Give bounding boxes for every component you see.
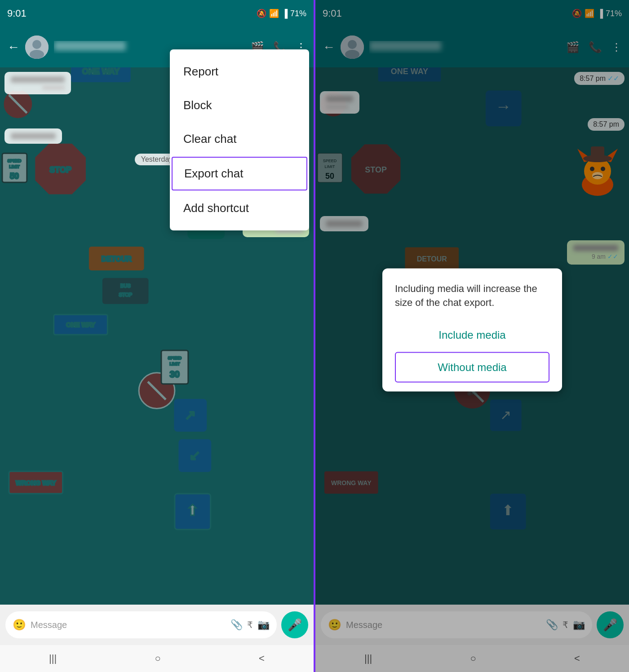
include-media-button[interactable]: Include media bbox=[395, 320, 549, 349]
avatar-left bbox=[25, 35, 49, 59]
message-text-blur bbox=[11, 76, 65, 83]
recent-apps-icon-left[interactable]: ||| bbox=[49, 653, 57, 664]
dropdown-menu: Report Block Clear chat Export chat Add … bbox=[170, 49, 309, 230]
status-bar-left: 9:01 🔕 📶 ▐ 71% bbox=[0, 0, 314, 27]
silent-icon: 🔕 bbox=[257, 9, 266, 18]
message-input-left[interactable]: 🙂 Message 📎 ₹ 📷 bbox=[5, 611, 277, 638]
home-icon-left[interactable]: ○ bbox=[155, 653, 160, 664]
attachment-icon-left[interactable]: 📎 bbox=[230, 619, 243, 631]
contact-name-blur bbox=[54, 41, 126, 51]
dialog-message: Including media will increase the size o… bbox=[395, 282, 549, 310]
signal-icon: ▐ bbox=[282, 9, 288, 18]
menu-item-clear-chat[interactable]: Clear chat bbox=[170, 122, 309, 156]
right-content-layer: 9:01 🔕 📶 ▐ 71% ← 🎬 bbox=[315, 0, 629, 672]
message-meta-blur bbox=[42, 85, 65, 90]
menu-item-add-shortcut[interactable]: Add shortcut bbox=[170, 191, 309, 225]
mic-icon-left: 🎤 bbox=[288, 618, 302, 632]
mic-button-left[interactable]: 🎤 bbox=[281, 611, 308, 638]
camera-icon-left[interactable]: 📷 bbox=[257, 619, 270, 631]
back-nav-icon-left[interactable]: < bbox=[259, 653, 265, 664]
time-left: 9:01 bbox=[7, 8, 27, 19]
emoji-icon-left[interactable]: 🙂 bbox=[13, 619, 26, 631]
input-placeholder-left[interactable]: Message bbox=[31, 620, 226, 630]
status-icons-left: 🔕 📶 ▐ 71% bbox=[257, 9, 306, 18]
rupee-icon-left[interactable]: ₹ bbox=[247, 619, 253, 630]
nav-bar-left: ||| ○ < bbox=[0, 645, 314, 672]
left-phone-panel: ONE WAY STOP NO SPEED LIMIT 50 → ↓ bbox=[0, 0, 314, 672]
export-dialog: Including media will increase the size o… bbox=[382, 269, 562, 392]
svg-point-38 bbox=[32, 40, 41, 49]
wifi-icon: 📶 bbox=[269, 9, 279, 18]
battery-left: 71% bbox=[290, 9, 306, 18]
right-phone-panel: SPEED LIMIT 50 NO ONE WAY STOP → DETOUR bbox=[314, 0, 629, 672]
menu-item-report[interactable]: Report bbox=[170, 55, 309, 88]
message-text-blur-3 bbox=[11, 133, 56, 139]
menu-item-block[interactable]: Block bbox=[170, 88, 309, 122]
back-button-left[interactable]: ← bbox=[7, 40, 20, 54]
bottom-bar-left: 🙂 Message 📎 ₹ 📷 🎤 bbox=[0, 605, 314, 645]
svg-point-39 bbox=[30, 50, 44, 59]
menu-item-export-chat[interactable]: Export chat bbox=[172, 157, 307, 190]
left-content-layer: 9:01 🔕 📶 ▐ 71% ← 🎬 bbox=[0, 0, 314, 672]
without-media-button[interactable]: Without media bbox=[395, 352, 549, 382]
